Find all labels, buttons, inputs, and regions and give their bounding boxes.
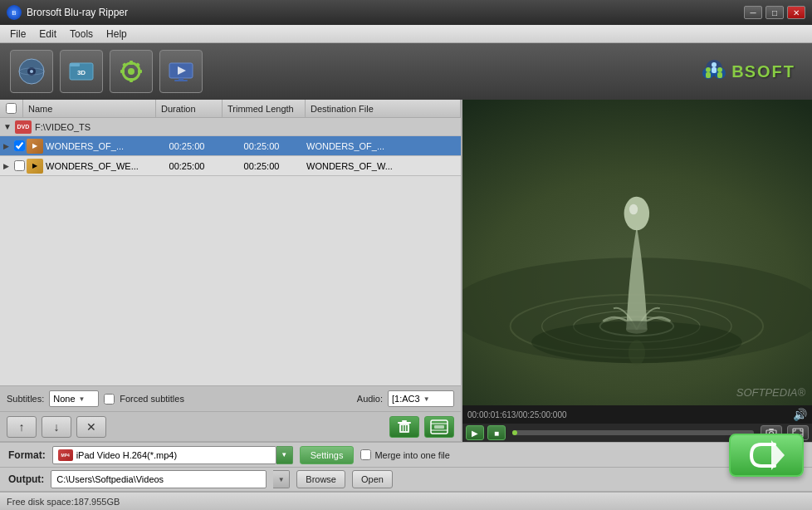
menu-tools[interactable]: Tools <box>63 27 100 42</box>
window-controls: ─ □ ✕ <box>744 6 805 19</box>
left-panel: Name Duration Trimmed Length Destination… <box>0 100 462 442</box>
header-duration: Duration <box>156 100 223 117</box>
load-files-button[interactable]: 3D <box>60 50 103 93</box>
table-row[interactable]: ▶ ▶ WONDERS_OF_... 00:25:00 00:25:00 WON… <box>0 136 461 156</box>
row-name-1: WONDERS_OF_... <box>46 141 154 151</box>
format-dropdown[interactable]: MP4 iPad Video H.264(*.mp4) <box>52 446 276 464</box>
logo-b: B <box>731 63 744 80</box>
select-all-checkbox[interactable] <box>6 103 17 114</box>
table-row[interactable]: ▶ ▶ WONDERS_OF_WE... 00:25:00 00:25:00 W… <box>0 156 461 176</box>
logo-icon <box>697 56 731 86</box>
row-trimmed-2: 00:25:00 <box>220 161 303 171</box>
audio-value: [1:AC3 <box>392 394 420 404</box>
action-buttons-bar: ↑ ↓ ✕ <box>0 412 461 442</box>
video-time: 00:00:01:613/00:25:00:000 <box>467 410 790 419</box>
output-dropdown-arrow[interactable]: ▼ <box>273 470 290 488</box>
output-path-input[interactable] <box>51 470 267 488</box>
svg-text:3D: 3D <box>77 69 86 76</box>
mp4-icon: MP4 <box>58 449 73 461</box>
audio-label: Audio: <box>357 394 383 404</box>
svg-point-24 <box>717 67 722 72</box>
output-bar: Output: ▼ Browse Open <box>0 467 812 492</box>
video-icon-1: ▶ <box>27 139 43 154</box>
volume-icon: 🔊 <box>793 408 807 421</box>
subtitle-label: Subtitles: <box>7 394 44 404</box>
preview-toolbar-button[interactable] <box>159 50 203 93</box>
svg-rect-9 <box>130 61 133 65</box>
app-logo: B SOFT <box>697 56 795 86</box>
svg-rect-27 <box>712 67 717 73</box>
move-down-button[interactable]: ↓ <box>42 416 71 438</box>
settings-button[interactable]: Settings <box>300 446 355 464</box>
menu-file[interactable]: File <box>3 27 32 42</box>
open-button[interactable]: Open <box>352 470 393 488</box>
video-scene <box>462 100 812 405</box>
svg-rect-12 <box>138 70 142 73</box>
cut-edit-button[interactable] <box>424 416 454 438</box>
right-panel: SOFTPEDIA® 00:00:01:613/00:25:00:000 🔊 ▶… <box>462 100 812 442</box>
maximize-button[interactable]: □ <box>766 6 784 19</box>
browse-button[interactable]: Browse <box>296 470 345 488</box>
row-check-2[interactable] <box>12 160 27 171</box>
merge-checkbox[interactable] <box>360 449 371 460</box>
load-disc-button[interactable] <box>10 50 53 93</box>
minimize-button[interactable]: ─ <box>744 6 762 19</box>
subtitle-value: None <box>53 394 75 404</box>
delete-button[interactable] <box>389 416 419 438</box>
svg-rect-17 <box>174 80 188 81</box>
row-trimmed-1: 00:25:00 <box>220 141 303 151</box>
svg-marker-53 <box>771 440 785 470</box>
svg-rect-29 <box>398 422 411 424</box>
merge-label: Merge into one file <box>374 450 450 460</box>
group-label: F:\VIDEO_TS <box>35 122 90 132</box>
forced-subtitles-checkbox[interactable] <box>104 394 115 405</box>
video-progress-bar[interactable] <box>512 430 754 435</box>
video-icon-2: ▶ <box>27 159 43 174</box>
subtitle-dropdown[interactable]: None ▼ <box>49 390 99 407</box>
file-list: ▼ DVD F:\VIDEO_TS ▶ ▶ WONDERS_OF_... 00:… <box>0 118 461 385</box>
format-value: iPad Video H.264(*.mp4) <box>76 450 271 460</box>
close-button[interactable]: ✕ <box>787 6 805 19</box>
header-name: Name <box>23 100 156 117</box>
menu-bar: File Edit Tools Help <box>0 25 812 43</box>
svg-point-26 <box>712 62 717 67</box>
row-expand-1[interactable]: ▶ <box>0 142 12 150</box>
toolbar: 3D <box>0 43 812 100</box>
row-checkbox-1[interactable] <box>14 140 25 151</box>
svg-point-22 <box>706 67 711 72</box>
format-bar: Format: MP4 iPad Video H.264(*.mp4) ▼ Se… <box>0 442 812 467</box>
svg-rect-30 <box>402 420 407 422</box>
stop-button[interactable]: ■ <box>487 425 506 440</box>
svg-point-2 <box>30 70 33 73</box>
svg-rect-5 <box>70 63 80 66</box>
row-checkbox-2[interactable] <box>14 160 25 171</box>
header-dest: Destination File <box>306 100 461 117</box>
status-text: Free disk space:187.955GB <box>7 497 120 507</box>
video-progress-fill <box>512 430 517 435</box>
svg-point-46 <box>629 204 638 215</box>
row-check-1[interactable] <box>12 140 27 151</box>
row-expand-2[interactable]: ▶ <box>0 162 12 170</box>
svg-point-48 <box>629 340 645 365</box>
menu-help[interactable]: Help <box>100 27 134 42</box>
group-collapse-icon[interactable]: ▼ <box>3 122 12 131</box>
svg-point-45 <box>624 197 649 231</box>
move-up-button[interactable]: ↑ <box>7 416 37 438</box>
format-dropdown-arrow[interactable]: ▼ <box>276 446 293 464</box>
svg-rect-23 <box>706 72 711 78</box>
menu-edit[interactable]: Edit <box>32 27 63 42</box>
header-check[interactable] <box>0 100 23 117</box>
subtitle-audio-bar: Subtitles: None ▼ Forced subtitles Audio… <box>0 385 461 412</box>
status-bar: Free disk space:187.955GB <box>0 492 812 510</box>
play-button[interactable]: ▶ <box>466 425 484 440</box>
convert-button[interactable] <box>729 434 804 477</box>
content-area: Name Duration Trimmed Length Destination… <box>0 100 812 442</box>
svg-rect-10 <box>130 78 133 82</box>
format-selector: MP4 iPad Video H.264(*.mp4) ▼ <box>52 446 293 464</box>
settings-toolbar-button[interactable] <box>110 50 153 93</box>
title-bar: B Brorsoft Blu-ray Ripper ─ □ ✕ <box>0 0 812 25</box>
audio-dropdown[interactable]: [1:AC3 ▼ <box>388 390 454 407</box>
svg-rect-37 <box>434 425 444 429</box>
table-header: Name Duration Trimmed Length Destination… <box>0 100 461 118</box>
remove-button[interactable]: ✕ <box>76 416 106 438</box>
